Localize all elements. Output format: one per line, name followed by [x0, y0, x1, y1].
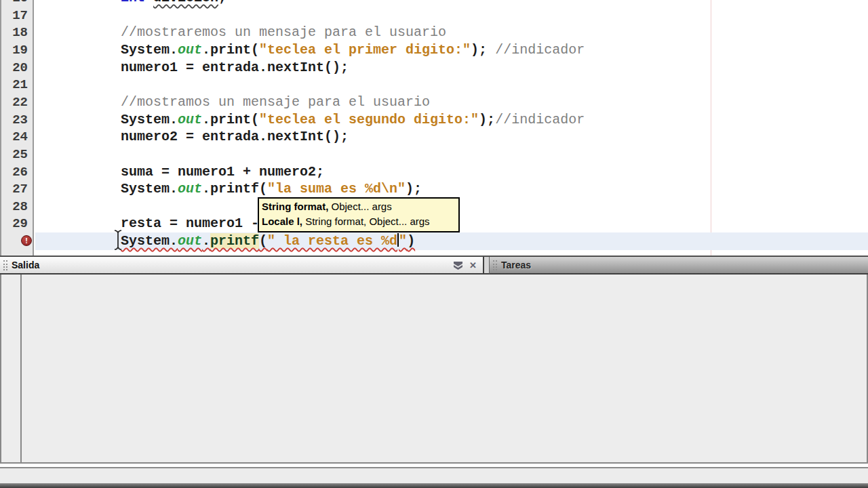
code-segment: out	[178, 112, 202, 127]
code-text-layer[interactable]: int divicion;//mostraremos un mensaje pa…	[121, 0, 868, 256]
code-segment: resta = numero1 -	[121, 216, 259, 231]
code-segment: "teclea el primer digito:"	[259, 42, 471, 58]
editor-gutter[interactable]: ! 1617181920212223242526272829	[0, 0, 34, 256]
panel-divider	[484, 257, 489, 274]
tooltip-text: Object... args	[328, 201, 391, 212]
tooltip-bold-text: String format,	[262, 201, 328, 212]
line-number: 22	[12, 94, 28, 111]
line-number: 24	[12, 128, 28, 146]
code-line[interactable]: suma = numero1 + numero2;	[121, 163, 324, 181]
code-segment: printf	[210, 233, 259, 249]
code-editor[interactable]: ! 1617181920212223242526272829 int divic…	[0, 0, 868, 256]
line-number: 16	[12, 0, 28, 7]
code-segment: )	[407, 233, 415, 249]
code-segment: .printf(	[202, 181, 267, 197]
code-segment: "	[399, 233, 407, 249]
code-segment: " la resta es %d	[267, 233, 397, 249]
code-line[interactable]: numero1 = entrada.nextInt();	[121, 59, 349, 77]
code-segment: suma = numero1 + numero2;	[121, 164, 324, 180]
line-number: 28	[12, 198, 28, 216]
code-segment: System.	[121, 42, 178, 58]
drag-grip-icon[interactable]	[3, 260, 7, 270]
code-segment: "teclea el segundo digito:"	[259, 112, 479, 127]
code-segment: );	[406, 181, 422, 197]
code-segment: numero1 = entrada.nextInt();	[121, 60, 349, 75]
code-segment: .print(	[202, 112, 259, 127]
code-segment: ;	[218, 0, 226, 5]
code-line[interactable]: numero2 = entrada.nextInt();	[121, 128, 349, 146]
line-number: 17	[12, 7, 28, 24]
line-number: 25	[12, 146, 28, 163]
minimize-window-button[interactable]	[452, 260, 464, 270]
code-segment: out	[178, 42, 202, 58]
drag-grip-icon[interactable]	[493, 260, 497, 270]
code-segment: out	[178, 181, 202, 197]
tasks-window-header[interactable]: Tareas	[489, 257, 868, 274]
parameter-hint-tooltip: String format, Object... args Locale l, …	[258, 197, 460, 232]
code-line[interactable]: System.out.printf(" la resta es %d")	[121, 232, 415, 250]
output-panel-body	[0, 274, 868, 464]
output-window-title: Salida	[12, 260, 39, 270]
code-line[interactable]: System.out.print("teclea el segundo digi…	[121, 111, 585, 129]
tooltip-bold-text: Locale l,	[262, 216, 302, 227]
line-number: 23	[12, 111, 28, 129]
code-segment: System.	[121, 112, 178, 127]
code-segment: .print(	[202, 42, 259, 58]
error-icon[interactable]: !	[21, 235, 32, 246]
code-line[interactable]: System.out.print("teclea el primer digit…	[121, 41, 585, 59]
output-window-header[interactable]: Salida ✕	[0, 257, 484, 274]
window-bottom-edge	[0, 483, 868, 488]
tooltip-text: String format, Object... args	[302, 216, 430, 227]
tooltip-row: Locale l, String format, Object... args	[262, 214, 455, 229]
line-number: 26	[12, 163, 28, 181]
code-segment: divicion	[153, 0, 218, 5]
code-segment: //indicador	[495, 42, 585, 58]
code-line[interactable]: resta = numero1 -	[121, 215, 259, 232]
code-line[interactable]: //mostraremos un mensaje para el usuario	[121, 24, 446, 41]
code-segment: //indicador	[495, 112, 585, 127]
code-line[interactable]: int divicion;	[121, 0, 226, 7]
code-segment: );	[471, 42, 495, 58]
code-segment: .	[202, 233, 210, 249]
code-line[interactable]: System.out.printf("la suma es %d\n");	[121, 180, 422, 198]
code-segment: System.	[121, 181, 178, 197]
code-line[interactable]: //mostramos un mensaje para el usuario	[121, 94, 430, 111]
code-segment: //mostramos un mensaje para el usuario	[121, 94, 430, 110]
code-segment: );	[479, 112, 495, 127]
status-bar	[0, 467, 868, 483]
code-segment: (	[259, 233, 267, 249]
code-segment: //mostraremos un mensaje para el usuario	[121, 24, 446, 40]
line-number: 19	[12, 41, 28, 59]
line-number: 29	[12, 215, 28, 232]
close-window-button[interactable]: ✕	[467, 260, 479, 270]
tooltip-row: String format, Object... args	[262, 199, 455, 214]
code-segment: System.	[121, 233, 178, 249]
code-segment: "la suma es %d\n"	[267, 181, 406, 197]
line-number: 27	[12, 180, 28, 198]
code-segment: numero2 = entrada.nextInt();	[121, 129, 349, 144]
code-segment: int	[121, 0, 153, 5]
output-toolbar	[1, 274, 22, 462]
code-segment: out	[178, 233, 202, 249]
text-cursor-icon	[112, 229, 124, 253]
line-number: 18	[12, 24, 28, 41]
line-number: 21	[12, 76, 28, 94]
tasks-window-title: Tareas	[501, 260, 531, 270]
line-number: 20	[12, 59, 28, 77]
